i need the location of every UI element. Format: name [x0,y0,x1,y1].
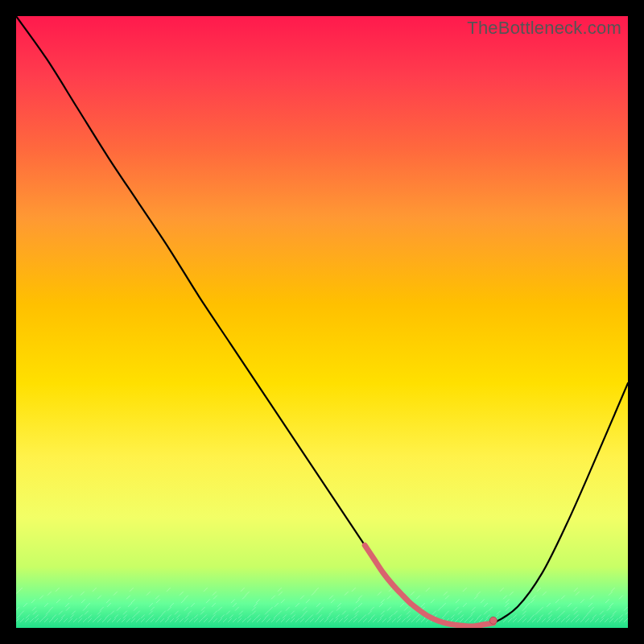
plot-area: TheBottleneck.com [16,16,628,628]
chart-frame: TheBottleneck.com [0,0,644,644]
bottleneck-curve [16,16,628,628]
svg-point-437 [489,617,497,624]
